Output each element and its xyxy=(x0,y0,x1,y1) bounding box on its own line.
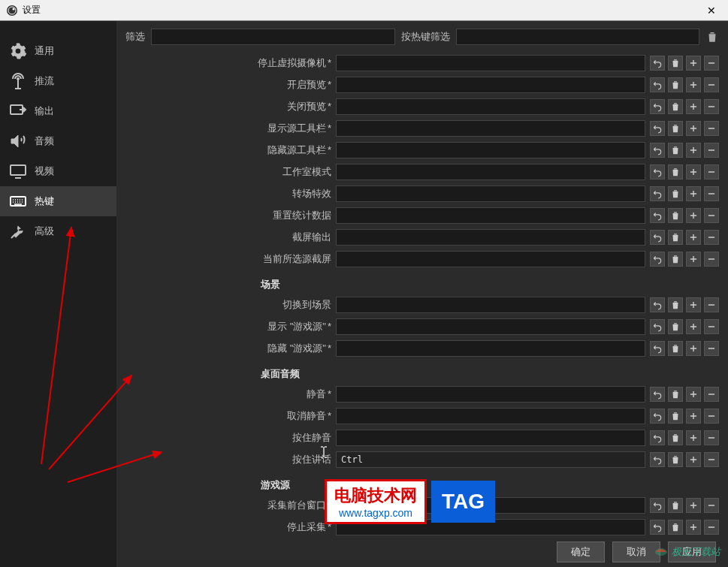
add-button[interactable] xyxy=(686,230,701,245)
hotkey-input[interactable] xyxy=(336,55,645,71)
clear-button[interactable] xyxy=(668,186,683,201)
add-button[interactable] xyxy=(686,452,701,467)
sidebar-item-video[interactable]: 视频 xyxy=(0,156,116,186)
remove-button[interactable] xyxy=(704,341,719,356)
add-button[interactable] xyxy=(686,164,701,179)
close-button[interactable]: ✕ xyxy=(701,5,722,17)
clear-button[interactable] xyxy=(668,387,683,402)
sidebar-item-stream[interactable]: 推流 xyxy=(0,66,116,96)
remove-button[interactable] xyxy=(704,452,719,467)
revert-button[interactable] xyxy=(650,430,665,445)
cancel-button[interactable]: 取消 xyxy=(612,541,660,562)
remove-button[interactable] xyxy=(704,121,719,136)
clear-button[interactable] xyxy=(668,143,683,158)
remove-button[interactable] xyxy=(704,143,719,158)
remove-button[interactable] xyxy=(704,430,719,445)
remove-button[interactable] xyxy=(704,252,719,267)
hotkey-input[interactable] xyxy=(336,142,645,158)
remove-button[interactable] xyxy=(704,297,719,312)
add-button[interactable] xyxy=(686,319,701,334)
remove-button[interactable] xyxy=(704,319,719,334)
hotkey-input[interactable] xyxy=(336,497,645,514)
clear-button[interactable] xyxy=(668,430,683,445)
remove-button[interactable] xyxy=(704,56,719,71)
add-button[interactable] xyxy=(686,341,701,356)
add-button[interactable] xyxy=(686,430,701,445)
hotkey-input[interactable] xyxy=(336,98,645,115)
add-button[interactable] xyxy=(686,143,701,158)
clear-button[interactable] xyxy=(668,252,683,267)
add-button[interactable] xyxy=(686,121,701,136)
revert-button[interactable] xyxy=(650,186,665,201)
clear-filter-button[interactable] xyxy=(705,30,719,44)
revert-button[interactable] xyxy=(650,252,665,267)
revert-button[interactable] xyxy=(650,452,665,467)
hotkey-input[interactable] xyxy=(336,164,645,180)
add-button[interactable] xyxy=(686,520,701,535)
revert-button[interactable] xyxy=(650,498,665,513)
hotkey-input[interactable] xyxy=(336,519,645,535)
revert-button[interactable] xyxy=(650,143,665,158)
remove-button[interactable] xyxy=(704,498,719,513)
add-button[interactable] xyxy=(686,186,701,201)
hotkey-input[interactable] xyxy=(336,451,645,468)
clear-button[interactable] xyxy=(668,409,683,424)
remove-button[interactable] xyxy=(704,520,719,535)
clear-button[interactable] xyxy=(668,99,683,114)
clear-button[interactable] xyxy=(668,520,683,535)
add-button[interactable] xyxy=(686,498,701,513)
revert-button[interactable] xyxy=(650,520,665,535)
sidebar-item-advanced[interactable]: 高级 xyxy=(0,216,116,246)
revert-button[interactable] xyxy=(650,56,665,71)
sidebar-item-audio[interactable]: 音频 xyxy=(0,126,116,156)
remove-button[interactable] xyxy=(704,208,719,223)
add-button[interactable] xyxy=(686,387,701,402)
apply-button[interactable]: 应用 xyxy=(668,541,716,562)
filter-input[interactable] xyxy=(151,29,395,45)
revert-button[interactable] xyxy=(650,341,665,356)
add-button[interactable] xyxy=(686,252,701,267)
sidebar-item-output[interactable]: 输出 xyxy=(0,96,116,126)
clear-button[interactable] xyxy=(668,121,683,136)
hotkey-input[interactable] xyxy=(336,430,645,446)
hotkey-input[interactable] xyxy=(336,77,645,93)
hotkey-filter-input[interactable] xyxy=(456,29,700,45)
add-button[interactable] xyxy=(686,409,701,424)
add-button[interactable] xyxy=(686,297,701,312)
hotkey-input[interactable] xyxy=(336,207,645,224)
revert-button[interactable] xyxy=(650,319,665,334)
revert-button[interactable] xyxy=(650,387,665,402)
hotkey-input[interactable] xyxy=(336,120,645,137)
sidebar-item-hotkeys[interactable]: 热键 xyxy=(0,186,116,216)
hotkey-input[interactable] xyxy=(336,251,645,267)
add-button[interactable] xyxy=(686,56,701,71)
hotkey-input[interactable] xyxy=(336,229,645,246)
remove-button[interactable] xyxy=(704,387,719,402)
revert-button[interactable] xyxy=(650,409,665,424)
revert-button[interactable] xyxy=(650,77,665,92)
sidebar-item-general[interactable]: 通用 xyxy=(0,36,116,66)
clear-button[interactable] xyxy=(668,341,683,356)
clear-button[interactable] xyxy=(668,208,683,223)
hotkey-input[interactable] xyxy=(336,318,645,335)
remove-button[interactable] xyxy=(704,186,719,201)
remove-button[interactable] xyxy=(704,409,719,424)
clear-button[interactable] xyxy=(668,452,683,467)
add-button[interactable] xyxy=(686,77,701,92)
revert-button[interactable] xyxy=(650,99,665,114)
ok-button[interactable]: 确定 xyxy=(557,541,605,562)
remove-button[interactable] xyxy=(704,230,719,245)
remove-button[interactable] xyxy=(704,99,719,114)
hotkey-input[interactable] xyxy=(336,297,645,313)
clear-button[interactable] xyxy=(668,77,683,92)
add-button[interactable] xyxy=(686,99,701,114)
add-button[interactable] xyxy=(686,208,701,223)
hotkey-input[interactable] xyxy=(336,386,645,403)
clear-button[interactable] xyxy=(668,230,683,245)
clear-button[interactable] xyxy=(668,297,683,312)
hotkey-input[interactable] xyxy=(336,340,645,357)
clear-button[interactable] xyxy=(668,164,683,179)
clear-button[interactable] xyxy=(668,56,683,71)
hotkey-input[interactable] xyxy=(336,408,645,424)
revert-button[interactable] xyxy=(650,208,665,223)
